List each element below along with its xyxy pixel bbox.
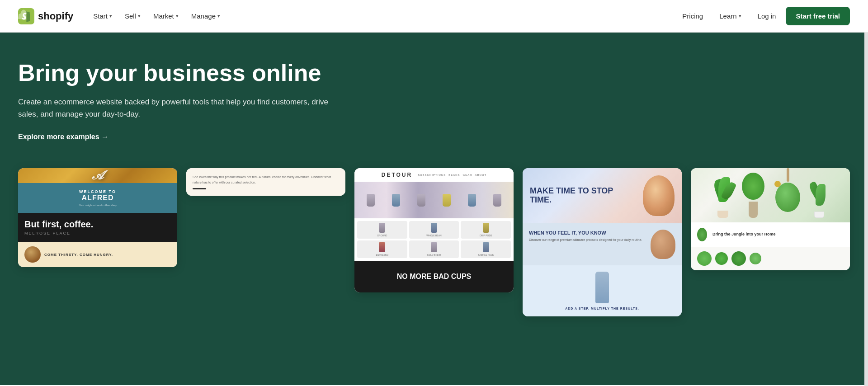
card-3-item-5: COLD BREW xyxy=(409,240,459,258)
nav-sell[interactable]: Sell ▾ xyxy=(119,9,146,24)
card-4-product-image xyxy=(595,272,609,303)
card-3-banner-text: NO MORE BAD CUPS xyxy=(397,273,471,281)
card-1-alfred[interactable]: 𝒜 WELCOME TO ALFRED Your neighborhood co… xyxy=(18,168,177,267)
market-chevron-icon: ▾ xyxy=(176,13,179,19)
card-3-banner: NO MORE BAD CUPS xyxy=(354,261,514,292)
manage-chevron-icon: ▾ xyxy=(217,13,220,19)
card-4-hero: MAKE TIME TO STOP TIME. xyxy=(523,168,682,223)
card-1-top-image: 𝒜 xyxy=(18,168,177,183)
bag-gray xyxy=(367,194,375,207)
card-4-tagline: ADD A STEP. MULTIPLY THE RESULTS. xyxy=(565,307,639,310)
card-5-hero-image xyxy=(691,168,850,222)
sell-chevron-icon: ▾ xyxy=(138,13,141,19)
card-4-quote: WHEN YOU FEEL IT, YOU KNOW xyxy=(529,230,647,236)
shopify-logo-icon xyxy=(18,8,34,24)
card-1-tagline: But first, coffee. xyxy=(24,219,171,229)
card-1-bottom: But first, coffee. MELROSE PLACE xyxy=(18,213,177,242)
explore-examples-link[interactable]: Explore more examples → xyxy=(18,133,108,141)
card-1-welcome-text: WELCOME TO xyxy=(79,189,116,194)
hero-section: Bring your business online Create an eco… xyxy=(0,33,868,385)
card-1-location: MELROSE PLACE xyxy=(24,231,171,235)
card-3-item-1: GROUND xyxy=(357,221,407,239)
bag-blue xyxy=(392,194,400,207)
card-3-nav: SUBSCRIPTIONS BEANS GEAR ABOUT xyxy=(418,174,486,176)
hero-subtitle: Create an ecommerce website backed by po… xyxy=(18,96,335,120)
card-4-product-section: ADD A STEP. MULTIPLY THE RESULTS. xyxy=(523,265,682,316)
card-1-logo: 𝒜 xyxy=(92,168,103,183)
scrollbar[interactable] xyxy=(864,0,868,385)
card-3-products-grid: GROUND WHOLE BEAN DRIP PODS ESPRESSO COL… xyxy=(354,218,514,261)
card-5-tagline: Bring the Jungle into your Home xyxy=(712,232,776,237)
logo-link[interactable]: shopify xyxy=(18,8,73,24)
card-4-middle: WHEN YOU FEEL IT, YOU KNOW Discover our … xyxy=(523,223,682,265)
card-4-face2-image xyxy=(651,230,675,259)
nav-pricing[interactable]: Pricing xyxy=(676,9,709,24)
nav-login[interactable]: Log in xyxy=(751,9,783,24)
nav-market[interactable]: Market ▾ xyxy=(148,9,184,24)
nav-manage[interactable]: Manage ▾ xyxy=(186,9,226,24)
card-1-desc: Your neighborhood coffee shop xyxy=(79,204,116,207)
card-3-item-6: SAMPLE PACK xyxy=(461,240,511,258)
card-5-plants[interactable]: Bring the Jungle into your Home xyxy=(691,168,850,270)
card-1-brand: ALFRED xyxy=(82,194,114,202)
hero-text-block: Bring your business online Create an eco… xyxy=(18,60,335,141)
start-chevron-icon: ▾ xyxy=(109,13,112,19)
navbar: shopify Start ▾ Sell ▾ Market ▾ Manage ▾… xyxy=(0,0,868,33)
logo-text: shopify xyxy=(38,10,73,22)
card-2-natural[interactable]: She loves the way this product makes her… xyxy=(186,168,345,196)
nav-links-right: Pricing Learn ▾ Log in Start free trial xyxy=(676,7,850,25)
card-5-tagline-block: Bring the Jungle into your Home xyxy=(691,222,850,247)
cards-row: 𝒜 WELCOME TO ALFRED Your neighborhood co… xyxy=(18,159,850,316)
start-trial-button[interactable]: Start free trial xyxy=(786,7,850,25)
bag-blue-2 xyxy=(468,194,476,207)
card-3-item-2: WHOLE BEAN xyxy=(409,221,459,239)
hero-title: Bring your business online xyxy=(18,60,335,87)
card-3-brand-name: DETOUR xyxy=(382,172,412,178)
nav-start[interactable]: Start ▾ xyxy=(88,9,118,24)
card-1-footer: COME THIRSTY. COME HUNGRY. xyxy=(18,242,177,267)
card-4-face-image xyxy=(643,175,675,216)
bag-yellow xyxy=(443,194,451,207)
card-4-headline: MAKE TIME TO STOP TIME. xyxy=(530,187,617,205)
card-4-skincare[interactable]: MAKE TIME TO STOP TIME. WHEN YOU FEEL IT… xyxy=(523,168,682,316)
bag-gray-2 xyxy=(417,194,425,207)
plant-small-icon xyxy=(697,228,707,241)
bag-gray-3 xyxy=(493,194,501,207)
nav-links-left: Start ▾ Sell ▾ Market ▾ Manage ▾ xyxy=(88,9,676,24)
card-2-text: She loves the way this product makes her… xyxy=(186,168,345,196)
card-3-detour[interactable]: DETOUR SUBSCRIPTIONS BEANS GEAR ABOUT xyxy=(354,168,514,292)
card-3-item-4: ESPRESSO xyxy=(357,240,407,258)
card-1-food-text: COME THIRSTY. COME HUNGRY. xyxy=(44,253,113,257)
card-1-welcome: WELCOME TO ALFRED Your neighborhood coff… xyxy=(18,183,177,213)
card-3-item-3: DRIP PODS xyxy=(461,221,511,239)
card-3-hero-image xyxy=(354,182,514,218)
card-3-header: DETOUR SUBSCRIPTIONS BEANS GEAR ABOUT xyxy=(354,168,514,182)
card-5-product-grid xyxy=(691,247,850,270)
nav-learn[interactable]: Learn ▾ xyxy=(713,9,747,24)
coffee-image xyxy=(24,246,41,263)
learn-chevron-icon: ▾ xyxy=(739,13,741,19)
